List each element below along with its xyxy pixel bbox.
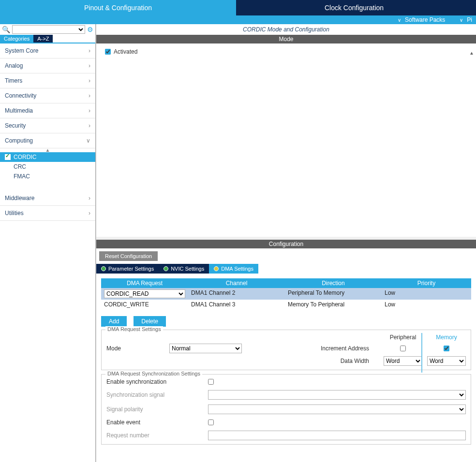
category-label: Utilities bbox=[5, 210, 24, 217]
fieldset-legend: DMA Request Settings bbox=[105, 326, 163, 332]
tab-nvic-settings[interactable]: NVIC Settings bbox=[159, 264, 209, 274]
data-width-label: Data Width bbox=[247, 358, 379, 364]
category-label: System Core bbox=[5, 47, 38, 54]
chevron-right-icon: › bbox=[89, 107, 90, 114]
category-timers[interactable]: Timers› bbox=[0, 73, 95, 88]
category-label: Connectivity bbox=[5, 92, 36, 99]
enable-event-checkbox[interactable] bbox=[208, 419, 214, 425]
scroll-up-icon[interactable]: ▲ bbox=[469, 50, 475, 56]
tab-dma-settings[interactable]: DMA Settings bbox=[209, 264, 258, 274]
category-label: Analog bbox=[5, 62, 23, 69]
incr-periph-checkbox[interactable] bbox=[400, 346, 406, 351]
request-number-input[interactable] bbox=[208, 431, 466, 440]
sidebar: 🔍 ⚙ Categories A->Z System Core›Analog›T… bbox=[0, 24, 96, 462]
config-header: Configuration bbox=[96, 240, 476, 248]
category-middleware[interactable]: Middleware› bbox=[0, 191, 95, 206]
chevron-right-icon: › bbox=[89, 47, 90, 54]
memory-header: Memory bbox=[427, 334, 466, 341]
tab-pinout-config[interactable]: Pinout & Configuration bbox=[0, 0, 236, 15]
signal-polarity-select[interactable] bbox=[208, 404, 466, 414]
periph-item-cordic[interactable]: CORDIC bbox=[0, 152, 95, 162]
dw-mem-select[interactable]: Word bbox=[427, 356, 466, 366]
search-icon: 🔍 bbox=[2, 26, 10, 33]
col-direction: Direction bbox=[285, 278, 382, 288]
cell-direction: Memory To Peripheral bbox=[285, 300, 382, 309]
reset-config-button[interactable]: Reset Configuration bbox=[99, 251, 158, 261]
delete-button[interactable]: Delete bbox=[134, 316, 166, 327]
enable-sync-checkbox[interactable] bbox=[208, 379, 214, 385]
chevron-right-icon: › bbox=[89, 210, 90, 217]
gear-icon[interactable]: ⚙ bbox=[87, 26, 93, 33]
cell-priority: Low bbox=[382, 300, 471, 309]
fieldset-legend: DMA Request Synchronization Settings bbox=[105, 371, 202, 376]
dma-request-settings: DMA Request Settings Peripheral Memory M… bbox=[101, 330, 471, 370]
category-multimedia[interactable]: Multimedia› bbox=[0, 103, 95, 118]
dma-row[interactable]: CORDIC_READDMA1 Channel 2Peripheral To M… bbox=[101, 288, 471, 300]
activated-checkbox[interactable] bbox=[105, 49, 111, 55]
dma-sync-settings: DMA Request Synchronization Settings Ena… bbox=[101, 374, 471, 445]
signal-polarity-label: Signal polarity bbox=[106, 406, 198, 413]
tab-edge bbox=[472, 0, 476, 15]
mode-header: Mode bbox=[96, 35, 476, 43]
col-channel: Channel bbox=[188, 278, 285, 288]
category-label: Middleware bbox=[5, 195, 34, 202]
periph-item-fmac[interactable]: FMAC bbox=[0, 172, 95, 181]
mode-select[interactable]: Normal bbox=[169, 344, 242, 353]
tab-parameter-settings[interactable]: Parameter Settings bbox=[96, 264, 159, 274]
request-number-label: Request number bbox=[106, 432, 198, 439]
category-system-core[interactable]: System Core› bbox=[0, 43, 95, 58]
dma-row[interactable]: CORDIC_WRITEDMA1 Channel 3Memory To Peri… bbox=[101, 300, 471, 309]
col-dma-request: DMA Request bbox=[101, 278, 188, 288]
vertical-divider bbox=[421, 333, 422, 373]
increment-address-label: Increment Address bbox=[247, 345, 379, 352]
chevron-right-icon: › bbox=[89, 122, 90, 129]
mode-label: Mode bbox=[106, 345, 164, 352]
category-security[interactable]: Security› bbox=[0, 118, 95, 133]
cell-priority: Low bbox=[382, 288, 471, 300]
category-label: Multimedia bbox=[5, 107, 33, 114]
status-dot-icon bbox=[164, 266, 168, 271]
side-tab-az[interactable]: A->Z bbox=[33, 35, 53, 43]
collapse-handle-icon[interactable]: ▲ bbox=[0, 148, 95, 152]
tab-nvic-label: NVIC Settings bbox=[171, 266, 204, 272]
periph-item-crc[interactable]: CRC bbox=[0, 162, 95, 172]
dma-table: DMA Request Channel Direction Priority C… bbox=[101, 278, 471, 309]
category-computing[interactable]: Computing∨ bbox=[0, 133, 95, 148]
chevron-down-icon: ∨ bbox=[86, 137, 90, 144]
cell-dma-request[interactable]: CORDIC_WRITE bbox=[101, 300, 188, 309]
category-connectivity[interactable]: Connectivity› bbox=[0, 88, 95, 103]
status-dot-icon bbox=[214, 266, 219, 271]
category-label: Security bbox=[5, 122, 26, 129]
periph-header: Peripheral bbox=[384, 334, 422, 341]
pinout-dropdown[interactable]: Pi bbox=[460, 16, 472, 23]
add-button[interactable]: Add bbox=[101, 316, 127, 327]
incr-mem-checkbox[interactable] bbox=[444, 346, 449, 351]
search-select[interactable] bbox=[12, 25, 85, 34]
category-utilities[interactable]: Utilities› bbox=[0, 206, 95, 221]
tab-clock-config[interactable]: Clock Configuration bbox=[236, 0, 472, 15]
category-label: Timers bbox=[5, 77, 22, 84]
cell-channel: DMA1 Channel 2 bbox=[188, 288, 285, 300]
chevron-right-icon: › bbox=[89, 62, 90, 69]
tab-dma-label: DMA Settings bbox=[221, 266, 253, 272]
category-analog[interactable]: Analog› bbox=[0, 58, 95, 73]
main-panel: CORDIC Mode and Configuration Mode ▲ Act… bbox=[96, 24, 476, 462]
activated-label: Activated bbox=[114, 48, 137, 55]
panel-title: CORDIC Mode and Configuration bbox=[96, 24, 476, 35]
chevron-right-icon: › bbox=[89, 195, 90, 202]
side-tab-categories[interactable]: Categories bbox=[0, 35, 33, 43]
dma-request-select[interactable]: CORDIC_READ bbox=[104, 289, 185, 298]
cell-channel: DMA1 Channel 3 bbox=[188, 300, 285, 309]
sync-signal-select[interactable] bbox=[208, 390, 466, 400]
cell-dma-request[interactable]: CORDIC_READ bbox=[101, 288, 188, 300]
col-priority: Priority bbox=[382, 278, 471, 288]
activated-checkbox-row[interactable]: Activated bbox=[105, 48, 467, 55]
chevron-right-icon: › bbox=[89, 92, 90, 99]
tab-parameter-label: Parameter Settings bbox=[108, 266, 154, 272]
enable-event-label: Enable event bbox=[106, 419, 198, 426]
software-packs-dropdown[interactable]: Software Packs bbox=[398, 16, 445, 23]
category-label: Computing bbox=[5, 137, 33, 144]
sync-signal-label: Synchronization signal bbox=[106, 391, 198, 398]
dw-periph-select[interactable]: Word bbox=[384, 356, 422, 366]
enable-sync-label: Enable synchronization bbox=[106, 378, 198, 385]
